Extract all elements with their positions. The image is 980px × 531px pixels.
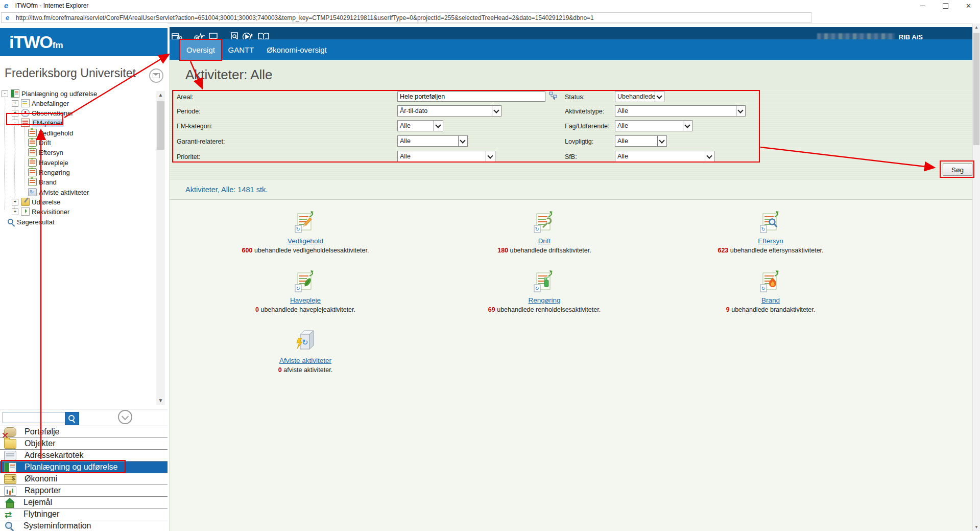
page-scrollbar[interactable]: ▲ ▼ (972, 24, 980, 531)
system-info-icon (4, 522, 15, 530)
fm-kategori-select[interactable]: Alle (397, 120, 443, 131)
tree-item-planlaegning[interactable]: -Planlægning og udførelse (2, 89, 97, 98)
brand-link[interactable]: Brand (761, 296, 780, 304)
count-badge: 0 (278, 366, 282, 374)
tab-gantt[interactable]: GANTT (225, 39, 257, 60)
lovpligtig-select[interactable]: Alle (615, 135, 667, 147)
havepleje-icon[interactable]: ↻ (294, 270, 317, 293)
aktivitetstype-select[interactable]: Alle (615, 105, 746, 117)
scrollbar-thumb[interactable] (973, 33, 979, 145)
filter-label-status: Status: (565, 92, 585, 102)
tab-oversigt[interactable]: Oversigt (180, 39, 221, 60)
portfolio-icon (4, 427, 16, 437)
count-badge: 69 (488, 306, 495, 313)
window-titlebar: e iTWOfm - Internet Explorer ✕ (0, 0, 980, 12)
tree-item-afviste-aktiviteter[interactable]: Afviste aktiviteter (28, 188, 89, 197)
reports-icon (4, 486, 16, 496)
sidebar-scrollbar[interactable]: ▲ ▼ (156, 91, 165, 405)
sidebar-item-portefolje[interactable]: Portefølje (0, 426, 168, 437)
tree-item-fm-planer[interactable]: -FM-planer (12, 118, 64, 127)
tree-item-eftersyn[interactable]: Eftersyn (28, 148, 63, 157)
brand-icon[interactable]: ↻ (759, 270, 782, 293)
periode-select[interactable]: År-til-dato (397, 105, 501, 117)
vedligehold-icon[interactable]: ↻ (294, 211, 317, 234)
filter-label-lovpligtig: Lovpligtig: (565, 136, 593, 147)
havepleje-link[interactable]: Havepleje (290, 296, 321, 304)
count-badge: 623 (718, 247, 728, 254)
eftersyn-icon[interactable]: ↻ (759, 211, 782, 234)
sidebar-search-button[interactable] (65, 412, 79, 425)
clipboard-icon (28, 168, 37, 176)
tree-item-udforelse[interactable]: +Udførelse (12, 197, 60, 206)
message-icon[interactable] (149, 68, 163, 83)
sidebar-item-rapporter[interactable]: Rapporter (0, 484, 168, 496)
search-row (170, 163, 973, 180)
tree-item-havepleje[interactable]: Havepleje (28, 158, 68, 167)
prioritet-select[interactable]: Alle (397, 151, 495, 162)
url-input[interactable]: e http://itwo.fm/corefmareal/servlet/Cor… (1, 12, 811, 23)
vedligehold-link[interactable]: Vedligehold (288, 237, 323, 245)
observations-icon (21, 109, 30, 117)
tree-item-rengoring[interactable]: Rengøring (28, 168, 70, 177)
content-area: Aktiviteter: Alle Areal: Periode: År-til… (170, 60, 973, 531)
internet-explorer-icon: e (4, 2, 12, 10)
drift-icon[interactable]: ↻ (533, 211, 556, 234)
category-tile-afviste: ↻ Afviste aktiviteter 0 afviste aktivite… (193, 327, 418, 374)
sidebar-item-lejemal[interactable]: Lejemål (0, 496, 168, 508)
chevron-down-icon (705, 151, 714, 161)
status-select[interactable]: Ubehandlede (615, 91, 664, 102)
tree-item-rekvisitioner[interactable]: +Rekvisitioner (12, 207, 69, 216)
planning-book-icon (11, 89, 19, 98)
category-tile-havepleje: ↻ Havepleje 0 ubehandlede haveplejeaktiv… (193, 270, 418, 313)
afviste-aktiviteter-icon[interactable]: ↻ (292, 327, 319, 354)
close-button[interactable]: ✕ (957, 0, 980, 11)
rengoring-icon[interactable]: ↻ (533, 270, 556, 293)
sidebar-item-flytninger[interactable]: Flytninger (0, 508, 168, 520)
heading-band: Aktiviteter: Alle (170, 60, 973, 90)
top-toolbar: RIB A/S (170, 27, 973, 39)
sidebar-item-systeminformation[interactable]: Systeminformation (0, 520, 168, 531)
tree-item-vedligehold[interactable]: Vedligehold (28, 128, 73, 137)
fm-plans-icon (21, 119, 30, 127)
rejected-icon (28, 188, 37, 196)
afviste-aktiviteter-link[interactable]: Afviste aktiviteter (279, 357, 331, 364)
filter-label-areal: Areal: (177, 92, 194, 102)
fag-udforende-select[interactable]: Alle (615, 120, 692, 131)
scroll-down-icon[interactable]: ▼ (973, 523, 980, 531)
results-bar: Aktiviteter, Alle: 1481 stk. (170, 180, 973, 200)
areal-input[interactable] (397, 91, 545, 102)
scroll-up-icon[interactable]: ▲ (973, 24, 980, 31)
minimize-button[interactable] (911, 0, 934, 11)
url-text: http://itwo.fm/corefmareal/servlet/CoreF… (16, 14, 594, 21)
scrollbar-thumb[interactable] (157, 101, 164, 150)
sidebar-item-planlaegning[interactable]: Planlægning og udførelse (0, 461, 168, 473)
chevron-down-icon[interactable] (118, 410, 132, 424)
tree-item-brand[interactable]: Brand (28, 177, 57, 187)
scroll-up-icon[interactable]: ▲ (156, 91, 165, 99)
eftersyn-link[interactable]: Eftersyn (758, 237, 783, 245)
sidebar-item-okonomi[interactable]: Økonomi (0, 473, 168, 484)
drift-link[interactable]: Drift (538, 237, 551, 245)
areal-picker-icon[interactable] (548, 91, 558, 101)
sfb-select[interactable]: Alle (615, 151, 714, 162)
tree-item-drift[interactable]: Drift (28, 138, 51, 147)
maximize-button[interactable] (934, 0, 957, 11)
address-card-icon (4, 451, 16, 460)
tree-connector (25, 125, 25, 190)
scroll-down-icon[interactable]: ▼ (156, 397, 165, 405)
rengoring-link[interactable]: Rengøring (528, 296, 560, 304)
page-title: Aktiviteter: Alle (185, 67, 273, 83)
sidebar-item-objekter[interactable]: Objekter (0, 437, 168, 449)
sidebar-item-adressekartotek[interactable]: Adressekartotek (0, 449, 168, 461)
tab-okonomi-oversigt[interactable]: Økonomi-oversigt (264, 39, 330, 60)
chevron-down-icon (458, 136, 467, 146)
category-tile-vedligehold: ↻ Vedligehold 600 ubehandlede vedligehol… (193, 211, 418, 254)
sog-button[interactable]: Søg (943, 164, 972, 176)
garanti-select[interactable]: Alle (397, 135, 468, 147)
tree-item-sogeresultat[interactable]: Søgeresultat (7, 217, 55, 226)
svg-text:↻: ↻ (761, 286, 766, 291)
tree-item-observationer[interactable]: +Observationer (12, 108, 74, 118)
sidebar-search-input[interactable] (3, 412, 66, 423)
objects-icon (4, 439, 16, 449)
tree-item-anbefalinger[interactable]: +Anbefalinger (12, 99, 69, 108)
